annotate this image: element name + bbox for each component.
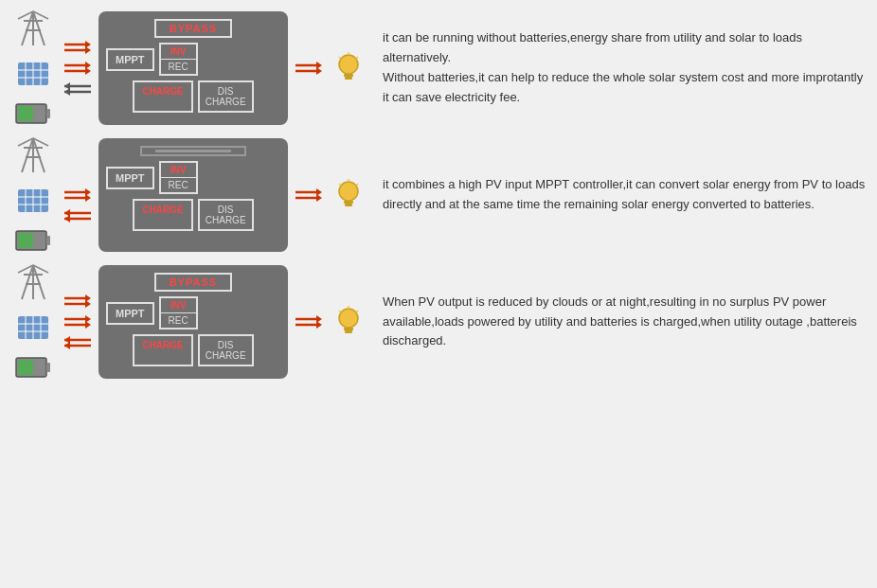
solar-icon-1: [14, 55, 52, 93]
svg-marker-65: [316, 194, 322, 202]
svg-marker-95: [85, 321, 91, 329]
solar-icon-2: [14, 182, 52, 220]
svg-rect-34: [345, 77, 352, 80]
battery-icon-3: [15, 354, 51, 381]
tower-arrow-3: [64, 294, 91, 308]
inv-rec-box-2: INV REC: [159, 161, 198, 194]
svg-rect-67: [344, 201, 353, 204]
tower-icon-3: [14, 263, 52, 301]
battery-icon-1: [15, 100, 51, 127]
solar-icon-3: [14, 309, 52, 347]
battery-arrow-2: [64, 209, 91, 223]
svg-rect-105: [344, 328, 353, 330]
output-arrow-2: [295, 188, 324, 202]
svg-rect-68: [345, 204, 352, 206]
bypass-button-3: BYPASS: [154, 273, 232, 292]
right-arrows-2: [295, 188, 324, 202]
left-arrows-3: [64, 294, 91, 349]
mppt-button-3: MPPT: [106, 302, 154, 325]
svg-marker-31: [316, 67, 322, 75]
bypass-row-3: BYPASS: [106, 273, 280, 292]
middle-row-1: MPPT INV REC: [106, 43, 280, 76]
left-icons-1: [9, 9, 57, 127]
svg-line-36: [356, 57, 358, 59]
left-icons-3: [9, 263, 57, 381]
svg-marker-103: [316, 321, 322, 329]
bulb-icon-2: [331, 178, 366, 212]
description-2: it combines a high PV input MPPT control…: [373, 175, 868, 215]
discharge-button-2: DISCHARGE: [198, 199, 254, 231]
svg-point-32: [339, 55, 358, 74]
diagram-box-3: BYPASS MPPT INV REC CHARGE DISCHARGE: [98, 265, 288, 379]
sun-arrow-2: [64, 188, 91, 202]
bottom-row-1: CHARGE DISCHARGE: [106, 80, 280, 113]
svg-rect-33: [344, 74, 353, 77]
right-arrows-3: [295, 315, 324, 329]
svg-line-108: [356, 311, 358, 312]
battery-icon-2: [15, 227, 51, 254]
bottom-row-2: CHARGE DISCHARGE: [106, 199, 280, 231]
inv-button-1: INV: [161, 45, 196, 60]
charge-button-3: CHARGE: [133, 334, 192, 366]
svg-point-104: [339, 309, 358, 328]
rec-button-3: REC: [161, 313, 196, 328]
description-3: When PV output is reduced by clouds or a…: [373, 293, 868, 351]
diagram-box-2: MPPT INV REC CHARGE DISCHARGE: [98, 138, 288, 252]
svg-rect-53: [18, 233, 33, 248]
inv-button-2: INV: [161, 163, 196, 178]
bypass-row-1: BYPASS: [106, 19, 280, 38]
bypass-row-2: [106, 146, 280, 156]
left-icons-2: [9, 136, 57, 254]
bypass-button-1: BYPASS: [154, 19, 232, 38]
svg-line-109: [339, 311, 341, 312]
svg-rect-87: [18, 360, 33, 375]
charge-button-1: CHARGE: [133, 80, 192, 113]
middle-row-3: MPPT INV REC: [106, 296, 280, 330]
discharge-button-1: DISCHARGE: [198, 80, 254, 113]
battery-arrow-1: [64, 82, 91, 96]
battery-arrow-3: [64, 336, 91, 349]
sun-arrow-1: [64, 62, 91, 75]
tower-icon-1: [14, 9, 52, 47]
tower-arrow-1: [64, 41, 91, 54]
inv-rec-box-1: INV REC: [159, 43, 198, 76]
charge-button-2: CHARGE: [133, 199, 192, 231]
output-arrow-3: [295, 315, 324, 329]
svg-rect-52: [46, 236, 50, 245]
inv-rec-box-3: INV REC: [159, 296, 198, 330]
rec-button-1: REC: [161, 60, 196, 74]
diagram-box-1: BYPASS MPPT INV REC CHARGE DISCHARGE: [98, 11, 288, 125]
tower-icon-2: [14, 136, 52, 174]
svg-rect-86: [46, 363, 50, 372]
middle-row-2: MPPT INV REC: [106, 161, 280, 194]
discharge-button-3: DISCHARGE: [198, 334, 254, 366]
svg-rect-106: [345, 330, 352, 333]
scenario-row-1: BYPASS MPPT INV REC CHARGE DISCHARGE: [9, 9, 868, 127]
svg-line-70: [356, 184, 358, 186]
bypass-button-2: [140, 146, 246, 156]
rec-button-2: REC: [161, 178, 196, 192]
scenario-row-2: MPPT INV REC CHARGE DISCHARGE it combine…: [9, 136, 868, 254]
sun-arrow-3: [64, 315, 91, 329]
svg-rect-15: [18, 106, 33, 121]
description-1: it can be running without batteries,ener…: [373, 28, 868, 107]
bulb-icon-3: [331, 305, 366, 339]
mppt-button-2: MPPT: [106, 167, 154, 189]
svg-marker-23: [85, 67, 91, 75]
svg-marker-57: [85, 194, 91, 202]
svg-marker-91: [85, 300, 91, 308]
mppt-button-1: MPPT: [106, 48, 154, 71]
tower-arrow-2: [64, 168, 91, 181]
svg-marker-19: [85, 46, 91, 54]
scenario-row-3: BYPASS MPPT INV REC CHARGE DISCHARGE: [9, 263, 868, 381]
bottom-row-3: CHARGE DISCHARGE: [106, 334, 280, 366]
svg-line-37: [339, 57, 341, 59]
svg-rect-14: [46, 109, 50, 118]
output-arrow-1: [295, 62, 324, 75]
left-arrows-2: [64, 168, 91, 223]
inv-button-3: INV: [161, 298, 196, 313]
right-arrows-1: [295, 62, 324, 75]
bulb-icon-1: [331, 51, 366, 85]
left-arrows-1: [64, 41, 91, 96]
svg-point-66: [339, 182, 358, 201]
